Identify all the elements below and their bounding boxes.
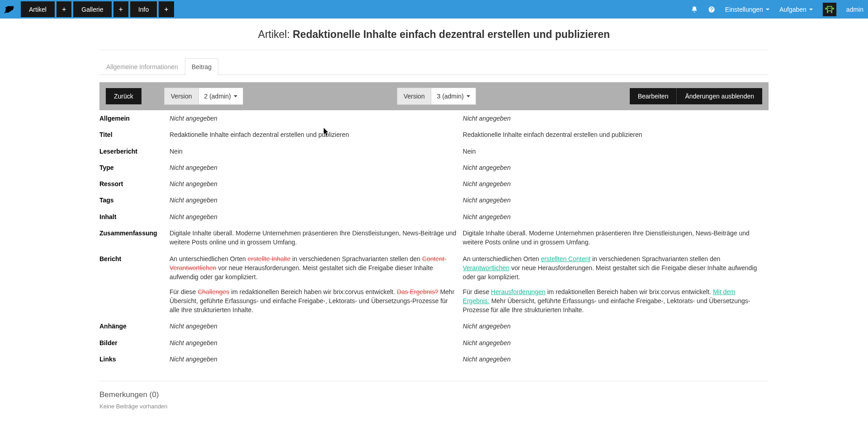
svg-rect-1 [832,8,834,9]
diff-ins: erstellten Content [541,255,590,262]
value-ressort-a: Nicht angegeben [170,180,217,187]
label-allgemein: Allgemein [99,110,170,126]
svg-rect-4 [828,8,829,9]
label-type: Type [99,159,170,176]
caret-down-icon [809,9,813,10]
avatar-icon [825,5,834,14]
value-bericht-a: An unterschiedlichen Orten erstellte Inh… [170,251,463,318]
row-anhaenge: Anhänge Nicht angegeben Nicht angegeben [99,318,769,334]
bell-icon[interactable] [691,6,698,13]
value-type-a: Nicht angegeben [170,164,217,171]
svg-rect-6 [827,11,828,13]
diff-del: Challenges [198,288,229,295]
hide-changes-button[interactable]: Änderungen ausblenden [676,88,762,104]
row-inhalt: Inhalt Nicht angegeben Nicht angegeben [99,209,769,225]
divider [99,381,769,381]
diff-del: erstellte Inhalte [248,255,291,262]
caret-down-icon [234,95,237,97]
diff-ins: Herausforderungen [491,288,546,295]
version-a-label: Version [164,88,199,105]
svg-rect-5 [830,8,831,9]
page-title-prefix: Artikel: [258,28,293,40]
row-links: Links Nicht angegeben Nicht angegeben [99,351,769,367]
value-bilder-b: Nicht angegeben [463,339,511,346]
value-inhalt-a: Nicht angegeben [170,213,217,220]
version-b-value: 3 (admin) [437,93,463,100]
edit-button[interactable]: Bearbeiten [630,88,677,104]
value-anhaenge-b: Nicht angegeben [463,323,511,330]
compare-table: Allgemein Nicht angegeben Nicht angegebe… [99,110,769,367]
row-zusammenfassung: Zusammenfassung Digitale Inhalte überall… [99,225,769,251]
value-links-b: Nicht angegeben [463,356,511,363]
label-titel: Titel [99,126,170,143]
diff-ins: Verantwortlichen [463,264,510,272]
settings-dropdown[interactable]: Einstellungen [725,6,769,13]
tabs: Allgemeine Informationen Beitrag [99,58,769,75]
label-zusammenfassung: Zusammenfassung [99,225,170,251]
tab-beitrag[interactable]: Beitrag [185,58,218,75]
label-tags: Tags [99,192,170,208]
label-bilder: Bilder [99,335,170,351]
version-b-select[interactable]: 3 (admin) [431,88,476,105]
nav-info[interactable]: Info [130,1,157,17]
value-inhalt-b: Nicht angegeben [463,213,511,220]
topbar-right: Einstellungen Aufgaben admin [691,3,863,16]
value-type-b: Nicht angegeben [463,164,511,171]
avatar[interactable] [823,3,836,16]
row-bericht: Bericht An unterschiedlichen Orten erste… [99,251,769,318]
row-tags: Tags Nicht angegeben Nicht angegeben [99,192,769,208]
svg-rect-0 [825,8,827,9]
version-toolbar: Zurück Version 2 (admin) Version 3 (admi… [99,82,769,110]
caret-down-icon [467,95,470,97]
label-leserbericht: Leserbericht [99,143,170,159]
value-anhaenge-a: Nicht angegeben [170,323,217,330]
row-allgemein: Allgemein Nicht angegeben Nicht angegebe… [99,110,769,126]
nav-artikel[interactable]: Artikel [21,1,55,17]
toolbar-right-buttons: Bearbeiten Änderungen ausblenden [630,88,762,104]
row-titel: Titel Redaktionelle Inhalte einfach deze… [99,126,769,143]
page-title: Artikel: Redaktionelle Inhalte einfach d… [99,19,769,50]
row-ressort: Ressort Nicht angegeben Nicht angegeben [99,176,769,192]
value-leser-b: Nein [463,143,769,159]
crow-icon [3,3,15,16]
help-icon[interactable] [708,6,715,13]
label-anhaenge: Anhänge [99,318,170,334]
divider [99,50,769,50]
topbar: Artikel + Gallerie + Info + Einstellunge… [0,0,868,19]
value-ressort-b: Nicht angegeben [463,180,511,187]
remarks-title: Bemerkungen (0) [99,390,769,399]
value-allgemein-b: Nicht angegeben [463,115,511,122]
tasks-label: Aufgaben [779,6,807,13]
row-bilder: Bilder Nicht angegeben Nicht angegeben [99,335,769,351]
value-links-a: Nicht angegeben [170,356,217,363]
row-type: Type Nicht angegeben Nicht angegeben [99,159,769,176]
value-titel-a: Redaktionelle Inhalte einfach dezentral … [170,126,463,143]
value-bilder-a: Nicht angegeben [170,339,217,346]
svg-rect-7 [831,11,832,13]
version-a-select[interactable]: 2 (admin) [199,88,243,105]
app-logo[interactable] [0,0,18,19]
user-name[interactable]: admin [846,6,863,13]
version-b-label: Version [397,88,432,105]
label-bericht: Bericht [99,251,170,318]
value-leser-a: Nein [170,143,463,159]
value-tags-b: Nicht angegeben [463,197,511,204]
page-title-bold: Redaktionelle Inhalte einfach dezentral … [293,28,610,40]
back-button[interactable]: Zurück [106,88,142,104]
tab-general[interactable]: Allgemeine Informationen [99,58,185,75]
caret-down-icon [766,9,769,10]
value-zf-b: Digitale Inhalte überall. Moderne Untern… [463,225,769,251]
nav-gallerie[interactable]: Gallerie [73,1,111,17]
nav-info-add[interactable]: + [159,1,174,17]
value-tags-a: Nicht angegeben [170,197,217,204]
row-leserbericht: Leserbericht Nein Nein [99,143,769,159]
nav-buttons: Artikel + Gallerie + Info + [21,1,174,17]
version-a-value: 2 (admin) [204,93,231,100]
nav-gallerie-add[interactable]: + [113,1,128,17]
settings-label: Einstellungen [725,6,763,13]
diff-del: Das Ergebnis? [397,288,439,295]
version-a-group: Version 2 (admin) [164,88,243,105]
value-allgemein-a: Nicht angegeben [170,115,217,122]
nav-artikel-add[interactable]: + [57,1,71,17]
tasks-dropdown[interactable]: Aufgaben [779,6,813,13]
